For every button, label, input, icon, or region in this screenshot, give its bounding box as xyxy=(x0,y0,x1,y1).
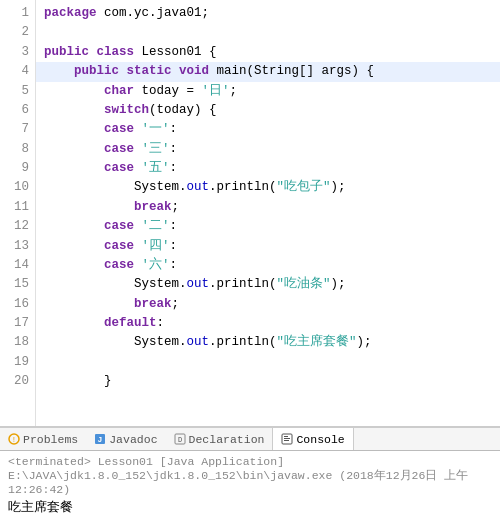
svg-rect-8 xyxy=(284,438,290,439)
code-line: char today = '日'; xyxy=(36,82,500,101)
javadoc-tab-label: Javadoc xyxy=(109,433,157,446)
line-number: 13 xyxy=(8,237,29,256)
code-container: 1234567891011121314151617181920 package … xyxy=(0,0,500,426)
svg-rect-9 xyxy=(284,440,289,441)
svg-text:D: D xyxy=(177,436,181,444)
problems-tab-label: Problems xyxy=(23,433,78,446)
tab-javadoc[interactable]: JJavadoc xyxy=(86,428,165,450)
line-number: 17 xyxy=(8,314,29,333)
code-line: break; xyxy=(36,295,500,314)
console-tab-label: Console xyxy=(296,433,344,446)
line-number: 7 xyxy=(8,120,29,139)
code-line: public static void main(String[] args) { xyxy=(36,62,500,81)
tab-declaration[interactable]: DDeclaration xyxy=(166,428,273,450)
console-area: <terminated> Lesson01 [Java Application]… xyxy=(0,451,500,520)
line-number: 3 xyxy=(8,43,29,62)
code-line: case '六': xyxy=(36,256,500,275)
line-number: 12 xyxy=(8,217,29,236)
code-line xyxy=(36,23,500,42)
line-number: 20 xyxy=(8,372,29,391)
line-number: 6 xyxy=(8,101,29,120)
line-number: 18 xyxy=(8,333,29,352)
line-number: 11 xyxy=(8,198,29,217)
console-output: 吃主席套餐 xyxy=(8,498,492,516)
code-line: case '二': xyxy=(36,217,500,236)
code-line: case '一': xyxy=(36,120,500,139)
tab-console[interactable]: Console xyxy=(272,428,353,450)
code-line: case '四': xyxy=(36,237,500,256)
line-numbers: 1234567891011121314151617181920 xyxy=(0,0,36,426)
line-number: 10 xyxy=(8,178,29,197)
tab-problems[interactable]: !Problems xyxy=(0,428,86,450)
problems-icon: ! xyxy=(8,433,20,445)
svg-text:J: J xyxy=(98,435,103,444)
code-line: System.out.println("吃油条"); xyxy=(36,275,500,294)
declaration-icon: D xyxy=(174,433,186,445)
svg-text:!: ! xyxy=(12,435,17,444)
code-line: case '三': xyxy=(36,140,500,159)
editor-area: 1234567891011121314151617181920 package … xyxy=(0,0,500,427)
line-number: 16 xyxy=(8,295,29,314)
console-terminated: <terminated> Lesson01 [Java Application]… xyxy=(8,455,492,496)
line-number: 15 xyxy=(8,275,29,294)
line-number: 9 xyxy=(8,159,29,178)
line-number: 8 xyxy=(8,140,29,159)
code-line: default: xyxy=(36,314,500,333)
console-icon xyxy=(281,433,293,445)
javadoc-icon: J xyxy=(94,433,106,445)
code-line: case '五': xyxy=(36,159,500,178)
line-number: 19 xyxy=(8,353,29,372)
code-lines: package com.yc.java01; public class Less… xyxy=(36,0,500,426)
line-number: 5 xyxy=(8,82,29,101)
line-number: 1 xyxy=(8,4,29,23)
line-number: 4 xyxy=(8,62,29,81)
code-line xyxy=(36,353,500,372)
svg-rect-7 xyxy=(284,436,288,437)
code-line: System.out.println("吃包子"); xyxy=(36,178,500,197)
code-line: System.out.println("吃主席套餐"); xyxy=(36,333,500,352)
declaration-tab-label: Declaration xyxy=(189,433,265,446)
code-line: switch(today) { xyxy=(36,101,500,120)
code-line: break; xyxy=(36,198,500,217)
code-line: } xyxy=(36,372,500,391)
line-number: 14 xyxy=(8,256,29,275)
line-number: 2 xyxy=(8,23,29,42)
code-line: package com.yc.java01; xyxy=(36,4,500,23)
bottom-tabs: !ProblemsJJavadocDDeclarationConsole xyxy=(0,427,500,451)
code-line: public class Lesson01 { xyxy=(36,43,500,62)
